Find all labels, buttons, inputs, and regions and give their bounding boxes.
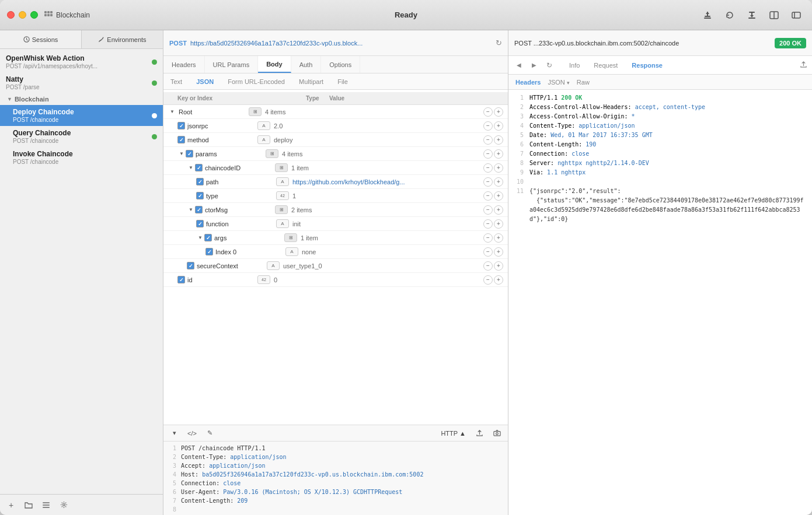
format-tab-raw[interactable]: Raw (577, 79, 590, 86)
sidebar-item-invoke-chaincode[interactable]: Invoke Chaincode POST /chaincode (0, 147, 163, 168)
add-securecontext-btn[interactable]: + (494, 261, 503, 271)
close-button[interactable] (7, 11, 15, 19)
tree-row-path[interactable]: path A https://github.com/krhoyt/Blockhe… (163, 175, 508, 189)
tree-row-index0[interactable]: Index 0 A none − + (163, 245, 508, 259)
remove-method-btn[interactable]: − (483, 135, 493, 145)
sidebar-group-blockchain[interactable]: ▼ Blockchain (0, 93, 163, 105)
checkbox-path[interactable] (196, 178, 204, 185)
tree-row-args[interactable]: ▼ args ⊞ 1 item − + (163, 231, 508, 245)
add-index0-btn[interactable]: + (494, 247, 503, 257)
nav-tab-info[interactable]: Info (563, 56, 586, 75)
share-icon[interactable] (473, 428, 486, 439)
add-args-btn[interactable]: + (494, 233, 503, 243)
url-refresh-icon[interactable]: ↻ (496, 38, 502, 47)
sidebar-item-openwhisk[interactable]: OpenWhisk Web Action POST /api/v1/namesp… (0, 51, 163, 72)
export-icon[interactable] (800, 61, 807, 70)
upload-icon[interactable] (699, 8, 716, 22)
sidebar-item-deploy-chaincode[interactable]: Deploy Chaincode POST /chaincode (0, 105, 163, 126)
add-params-btn[interactable]: + (494, 149, 503, 159)
checkbox-index0[interactable] (205, 248, 213, 255)
body-tab-multipart[interactable]: Multipart (292, 73, 330, 89)
remove-index0-btn[interactable]: − (483, 247, 493, 257)
nav-tab-response[interactable]: Response (626, 56, 668, 75)
folder-button[interactable] (22, 499, 35, 512)
add-function-btn[interactable]: + (494, 219, 503, 229)
tree-row-params[interactable]: ▼ params ⊞ 4 items − + (163, 147, 508, 161)
remove-ctormsg-btn[interactable]: − (483, 205, 493, 215)
sidebar-item-natty[interactable]: Natty POST /parse (0, 72, 163, 93)
body-tab-text[interactable]: Text (163, 73, 189, 89)
camera-icon[interactable] (490, 428, 503, 439)
remove-args-btn[interactable]: − (483, 233, 493, 243)
settings-button[interactable] (57, 499, 70, 512)
tree-row-function[interactable]: function A init − + (163, 217, 508, 231)
expand-root[interactable]: ▼ (168, 108, 176, 116)
format-tab-json-dropdown[interactable]: JSON ▾ (548, 79, 569, 86)
checkbox-type[interactable] (196, 192, 204, 199)
format-tab-headers[interactable]: Headers (515, 79, 541, 86)
remove-function-btn[interactable]: − (483, 219, 493, 229)
expand-params[interactable]: ▼ (177, 150, 186, 158)
checkbox-ctormsg[interactable] (195, 206, 203, 213)
tab-auth[interactable]: Auth (291, 56, 322, 73)
zoom-button[interactable] (30, 11, 38, 19)
forward-button[interactable]: ▶ (528, 59, 540, 71)
refresh-icon[interactable] (721, 8, 738, 22)
add-ctormsg-btn[interactable]: + (494, 205, 503, 215)
body-tab-file[interactable]: File (330, 73, 355, 89)
tree-row-ctormsg[interactable]: ▼ ctorMsg ⊞ 2 items − + (163, 203, 508, 217)
remove-type-btn[interactable]: − (483, 191, 493, 201)
remove-row-btn[interactable]: − (483, 107, 493, 117)
sessions-tab[interactable]: Sessions (0, 30, 82, 48)
tree-row-chaincodeid[interactable]: ▼ chaincodeID ⊞ 1 item − + (163, 161, 508, 175)
checkbox-method[interactable] (177, 136, 185, 143)
expand-ctormsg[interactable]: ▼ (187, 206, 195, 214)
remove-path-btn[interactable]: − (483, 177, 493, 187)
remove-params-btn[interactable]: − (483, 149, 493, 159)
download-icon[interactable] (743, 8, 761, 22)
back-button[interactable]: ◀ (513, 59, 525, 71)
add-type-btn[interactable]: + (494, 191, 503, 201)
checkbox-id[interactable] (177, 276, 185, 283)
edit-icon[interactable]: ✎ (203, 428, 216, 439)
environments-tab[interactable]: Environments (82, 30, 163, 48)
tree-row-method[interactable]: method A deploy − + (163, 133, 508, 147)
tab-body[interactable]: Body (258, 56, 291, 73)
add-method-btn[interactable]: + (494, 135, 503, 145)
request-url[interactable]: https://ba5d025f326946a1a17a37c120fd233c… (190, 40, 492, 47)
tree-row-securecontext[interactable]: secureContext A user_type1_0 − + (163, 259, 508, 273)
checkbox-jsonrpc[interactable] (177, 122, 185, 129)
remove-securecontext-btn[interactable]: − (483, 261, 493, 271)
add-row-btn[interactable]: + (494, 107, 503, 117)
expand-chaincodeid[interactable]: ▼ (187, 164, 195, 172)
sidebar-item-query-chaincode[interactable]: Query Chaincode POST /chaincode (0, 126, 163, 147)
dropdown-icon[interactable]: ▾ (168, 428, 181, 439)
http-selector[interactable]: HTTP ▲ (441, 430, 466, 437)
remove-jsonrpc-btn[interactable]: − (483, 121, 493, 131)
code-view-icon[interactable]: </> (186, 428, 198, 439)
body-tab-form-urlencoded[interactable]: Form URL-Encoded (221, 73, 292, 89)
expand-args[interactable]: ▼ (196, 234, 204, 242)
body-tab-json[interactable]: JSON (189, 73, 221, 89)
add-chaincodeid-btn[interactable]: + (494, 163, 503, 173)
checkbox-chaincodeid[interactable] (195, 164, 203, 171)
add-path-btn[interactable]: + (494, 177, 503, 187)
remove-id-btn[interactable]: − (483, 275, 493, 285)
tree-row-root[interactable]: ▼ Root ⊞ 4 items − + (163, 105, 508, 119)
tree-row-id[interactable]: id 42 0 − + (163, 273, 508, 287)
list-view-button[interactable] (40, 499, 53, 512)
tab-url-params[interactable]: URL Params (205, 56, 259, 73)
split-view-icon[interactable] (765, 8, 783, 22)
checkbox-params[interactable] (186, 150, 193, 157)
tree-row-type[interactable]: type 42 1 − + (163, 189, 508, 203)
remove-chaincodeid-btn[interactable]: − (483, 163, 493, 173)
checkbox-securecontext[interactable] (187, 262, 194, 269)
minimize-button[interactable] (19, 11, 26, 19)
add-jsonrpc-btn[interactable]: + (494, 121, 503, 131)
tab-headers[interactable]: Headers (163, 56, 205, 73)
add-item-button[interactable]: + (5, 499, 18, 512)
nav-refresh-icon[interactable]: ↻ (543, 59, 555, 71)
nav-tab-request[interactable]: Request (588, 56, 623, 75)
add-id-btn[interactable]: + (494, 275, 503, 285)
checkbox-function[interactable] (196, 220, 204, 227)
